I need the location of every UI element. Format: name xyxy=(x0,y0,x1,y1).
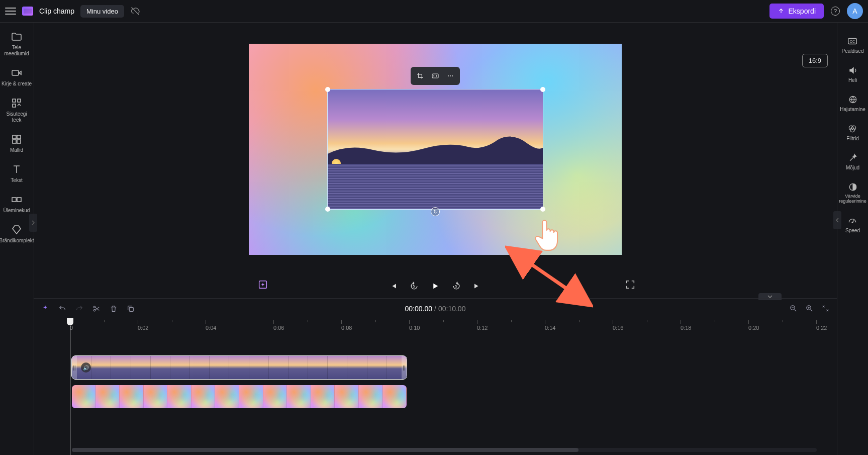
more-options-button[interactable] xyxy=(443,69,458,83)
captions-cc-icon: CC xyxy=(847,36,858,47)
ruler-tick: 0:18 xyxy=(681,320,691,331)
svg-rect-4 xyxy=(13,135,16,139)
svg-point-13 xyxy=(452,75,453,76)
preview-stage-wrap: 16:9 xyxy=(34,23,837,276)
right-rail-expand-handle[interactable] xyxy=(833,211,841,229)
crop-icon xyxy=(416,72,424,80)
undo-button[interactable] xyxy=(58,304,67,313)
panel-item-filters[interactable]: Filtrid xyxy=(845,118,859,146)
ruler-tick-minor xyxy=(647,320,647,323)
selection-toolbar xyxy=(411,67,460,85)
timeline-toolbar: 00:00.00/00:10.00 xyxy=(34,298,837,318)
ruler-tick-minor xyxy=(579,320,580,323)
sidebar-item-brand[interactable]: Brändikomplekt xyxy=(0,220,33,250)
playhead[interactable] xyxy=(70,318,70,455)
sidebar-item-templates[interactable]: Mallid xyxy=(0,129,33,159)
forward-5s-button[interactable]: 5 xyxy=(451,281,461,291)
fullscreen-icon[interactable] xyxy=(625,279,636,290)
split-button[interactable] xyxy=(92,304,101,313)
timeline[interactable]: 00:020:040:060:080:100:120:140:160:180:2… xyxy=(34,318,837,455)
ruler-tick: 0:16 xyxy=(613,320,623,331)
panel-item-audio[interactable]: Heli xyxy=(846,60,859,88)
zoom-out-button[interactable] xyxy=(789,304,798,313)
svg-text:5: 5 xyxy=(455,285,457,288)
clip-trim-right-handle[interactable]: || xyxy=(402,356,407,379)
resize-handle-br[interactable] xyxy=(540,207,545,212)
panel-item-fade[interactable]: Hajutamine xyxy=(839,89,866,117)
avatar[interactable]: A xyxy=(847,3,863,19)
sidebar-item-text[interactable]: Tekst xyxy=(0,159,33,190)
ruler-tick: 0:08 xyxy=(341,320,352,331)
panel-item-effects[interactable]: Mõjud xyxy=(845,147,860,175)
resize-handle-bl[interactable] xyxy=(325,207,330,212)
sidebar-item-media[interactable]: Teie meediumid xyxy=(0,27,33,63)
panel-item-captions[interactable]: CC Pealdised xyxy=(841,31,865,59)
ruler-tick: 0:22 xyxy=(816,320,827,331)
svg-point-29 xyxy=(852,222,853,223)
ruler-tick-minor xyxy=(104,320,105,323)
right-sidebar: CC Pealdised Heli Hajutamine Filtrid Mõj… xyxy=(837,23,868,455)
camera-icon xyxy=(11,67,23,79)
wand-icon xyxy=(848,153,858,163)
selected-clip-frame[interactable] xyxy=(327,89,543,210)
svg-rect-5 xyxy=(17,135,21,139)
menu-icon[interactable] xyxy=(5,6,16,17)
fit-icon xyxy=(431,72,440,80)
ruler-tick: 0:10 xyxy=(409,320,420,331)
center-area: 16:9 xyxy=(34,23,837,455)
speedometer-icon xyxy=(847,216,857,226)
fit-timeline-button[interactable] xyxy=(821,304,830,313)
timeline-clip-video[interactable]: || 🔊 || xyxy=(71,355,407,380)
duplicate-button[interactable] xyxy=(126,304,135,313)
left-sidebar: Teie meediumid Kirje & create Sisuteegi … xyxy=(0,23,34,455)
svg-rect-19 xyxy=(129,307,133,311)
ruler-tick-minor xyxy=(308,320,308,323)
svg-rect-1 xyxy=(13,99,16,102)
delete-button[interactable] xyxy=(109,304,118,313)
ruler-tick: 0:04 xyxy=(206,320,216,331)
timecode-display: 00:00.00/00:10.00 xyxy=(405,305,466,313)
timeline-ruler[interactable]: 00:020:040:060:080:100:120:140:160:180:2… xyxy=(70,318,837,331)
seek-end-button[interactable] xyxy=(472,281,483,291)
back-5s-button[interactable]: 5 xyxy=(409,281,419,291)
svg-rect-8 xyxy=(12,198,16,202)
timeline-clip-background[interactable] xyxy=(71,385,407,409)
magic-icon[interactable] xyxy=(41,304,50,313)
crop-button[interactable] xyxy=(413,69,428,83)
panel-item-speed[interactable]: Speed xyxy=(844,210,861,238)
fit-button[interactable] xyxy=(428,69,443,83)
brand-icon xyxy=(11,224,23,236)
ruler-tick-minor xyxy=(715,320,715,323)
preview-stage[interactable] xyxy=(249,44,622,255)
clip-trim-left-handle[interactable]: || xyxy=(72,356,77,379)
ai-sparkle-icon[interactable] xyxy=(257,279,268,290)
clip-audio-icon[interactable]: 🔊 xyxy=(81,362,91,373)
resize-handle-tl[interactable] xyxy=(325,87,330,92)
aspect-ratio-button[interactable]: 16:9 xyxy=(802,54,828,67)
sidebar-item-record[interactable]: Kirje & create xyxy=(0,63,33,93)
export-label: Ekspordi xyxy=(789,7,816,15)
play-button[interactable] xyxy=(430,281,440,291)
svg-rect-0 xyxy=(12,70,19,75)
rotate-handle[interactable] xyxy=(431,207,440,216)
cursor-hand-annotation xyxy=(532,216,563,252)
timeline-scrollbar[interactable] xyxy=(72,448,817,452)
help-icon[interactable]: ? xyxy=(831,7,840,16)
scrollbar-thumb[interactable] xyxy=(72,448,578,452)
resize-handle-tr[interactable] xyxy=(540,87,545,92)
chevron-left-icon xyxy=(835,217,839,223)
seek-start-button[interactable] xyxy=(388,281,398,291)
document-title[interactable]: Minu video xyxy=(80,5,124,18)
zoom-in-button[interactable] xyxy=(805,304,814,313)
export-button[interactable]: Ekspordi xyxy=(769,4,824,19)
sidebar-item-content-library[interactable]: Sisuteegi teek xyxy=(0,93,33,129)
redo-button[interactable] xyxy=(75,304,84,313)
globe-icon xyxy=(848,95,858,105)
panel-item-color[interactable]: Värvide reguleerimine xyxy=(837,176,868,209)
ruler-tick: 0:20 xyxy=(748,320,759,331)
ruler-tick-minor xyxy=(443,320,444,323)
ruler-tick: 0:12 xyxy=(477,320,488,331)
sidebar-item-transitions[interactable]: Üleminekud xyxy=(0,190,33,220)
text-icon xyxy=(11,163,23,175)
ruler-tick-minor xyxy=(375,320,376,323)
